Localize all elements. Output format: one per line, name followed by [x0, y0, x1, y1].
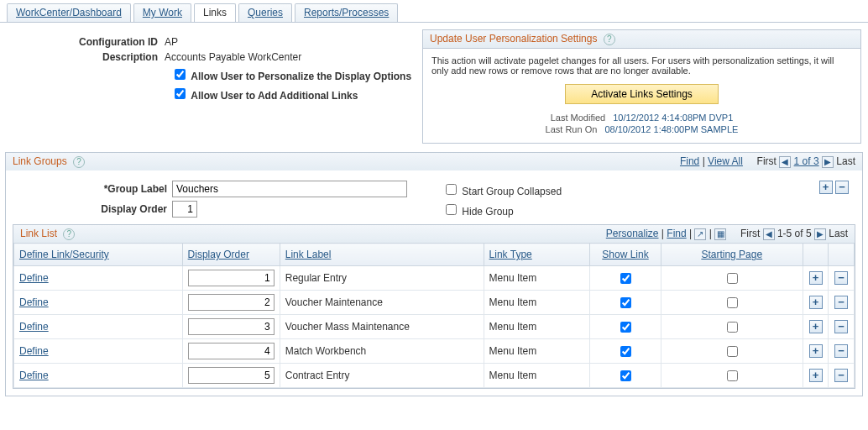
add-row-button[interactable]: + [809, 296, 823, 309]
start-collapsed-checkbox[interactable] [446, 184, 457, 195]
define-link[interactable]: Define [19, 370, 49, 381]
prev-icon[interactable]: ◀ [779, 156, 791, 168]
col-type[interactable]: Link Type [484, 244, 590, 266]
link-groups-last: Last [836, 155, 855, 167]
link-list-find[interactable]: Find [667, 228, 686, 239]
last-modified-value: 10/12/2012 4:14:08PM DVP1 [613, 113, 733, 123]
starting-page-checkbox[interactable] [727, 346, 738, 357]
update-panel-title: Update User Personalization Settings [430, 33, 597, 45]
row-label: Contract Entry [280, 364, 484, 388]
allow-addlinks-checkbox[interactable] [175, 88, 186, 99]
update-personalization-panel: Update User Personalization Settings ? T… [422, 29, 861, 144]
link-list-personalize[interactable]: Personalize [606, 228, 659, 239]
hide-group-checkbox[interactable] [446, 204, 457, 215]
col-define[interactable]: Define Link/Security [14, 244, 183, 266]
define-link[interactable]: Define [19, 321, 49, 333]
hide-group-label: Hide Group [462, 206, 513, 218]
table-row: DefineContract EntryMenu Item+− [14, 364, 855, 388]
starting-page-checkbox[interactable] [727, 370, 738, 381]
remove-group-button[interactable]: − [835, 181, 849, 194]
table-row: DefineMatch WorkbenchMenu Item+− [14, 339, 855, 364]
link-groups-title: Link Groups [13, 155, 67, 167]
row-type: Menu Item [484, 266, 590, 291]
description-label: Description [5, 51, 165, 63]
link-groups-section: Link Groups ? Find | View All First ◀ 1 … [5, 152, 863, 396]
row-order-input[interactable] [188, 270, 275, 286]
tab-mywork[interactable]: My Work [133, 3, 191, 22]
row-order-input[interactable] [188, 367, 275, 384]
display-order-input[interactable] [172, 201, 197, 218]
remove-row-button[interactable]: − [834, 320, 848, 333]
remove-row-button[interactable]: − [834, 344, 848, 358]
row-order-input[interactable] [188, 318, 275, 335]
tab-reports[interactable]: Reports/Processes [295, 3, 398, 22]
row-label: Voucher Maintenance [280, 291, 484, 315]
remove-row-button[interactable]: − [834, 271, 848, 285]
next-icon[interactable]: ▶ [822, 156, 834, 168]
remove-row-button[interactable]: − [834, 369, 848, 382]
link-groups-first: First [757, 155, 776, 167]
link-list-last: Last [829, 228, 848, 239]
link-list-first: First [740, 228, 760, 239]
define-link[interactable]: Define [19, 272, 49, 284]
last-modified-label: Last Modified [551, 113, 605, 123]
show-link-checkbox[interactable] [620, 370, 631, 381]
add-group-button[interactable]: + [819, 181, 833, 194]
col-label[interactable]: Link Label [280, 244, 484, 266]
link-groups-viewall[interactable]: View All [708, 155, 743, 167]
row-type: Menu Item [484, 291, 590, 315]
grid-icon[interactable]: ▦ [714, 228, 726, 240]
link-list-counter: 1-5 of 5 [777, 228, 812, 239]
next-icon[interactable]: ▶ [814, 228, 826, 240]
row-order-input[interactable] [188, 343, 275, 359]
link-groups-counter[interactable]: 1 of 3 [794, 155, 819, 167]
group-label-lbl: *Group Label [13, 183, 172, 195]
define-link[interactable]: Define [19, 345, 49, 357]
col-start[interactable]: Starting Page [661, 244, 803, 266]
add-row-button[interactable]: + [809, 320, 823, 333]
help-icon[interactable]: ? [604, 34, 615, 45]
remove-row-button[interactable]: − [834, 296, 848, 309]
col-order[interactable]: Display Order [182, 244, 280, 266]
row-label: Match Workbench [280, 339, 484, 364]
starting-page-checkbox[interactable] [727, 322, 738, 333]
row-order-input[interactable] [188, 294, 275, 311]
link-list-grid: Link List ? Personalize | Find | ↗ | ▦ F… [13, 224, 855, 389]
add-row-button[interactable]: + [809, 344, 823, 358]
define-link[interactable]: Define [19, 296, 49, 308]
link-list-title: Link List [20, 228, 57, 239]
show-link-checkbox[interactable] [620, 322, 631, 333]
help-icon[interactable]: ? [73, 156, 85, 168]
config-id-value: AP [165, 36, 178, 48]
col-show[interactable]: Show Link [590, 244, 661, 266]
show-link-checkbox[interactable] [620, 297, 631, 308]
row-label: Regular Entry [280, 266, 484, 291]
page-tabs: WorkCenter/Dashboard My Work Links Queri… [0, 0, 868, 23]
zoom-icon[interactable]: ↗ [694, 228, 706, 240]
add-row-button[interactable]: + [809, 369, 823, 382]
tab-links[interactable]: Links [194, 3, 236, 22]
help-icon[interactable]: ? [63, 228, 75, 240]
prev-icon[interactable]: ◀ [763, 228, 775, 240]
link-groups-find[interactable]: Find [680, 155, 699, 167]
add-row-button[interactable]: + [809, 271, 823, 285]
tab-queries[interactable]: Queries [238, 3, 292, 22]
group-label-input[interactable] [172, 181, 407, 197]
show-link-checkbox[interactable] [620, 273, 631, 284]
starting-page-checkbox[interactable] [727, 273, 738, 284]
row-type: Menu Item [484, 315, 590, 339]
table-row: DefineRegular EntryMenu Item+− [14, 266, 855, 291]
allow-addlinks-label: Allow User to Add Additional Links [191, 90, 358, 102]
show-link-checkbox[interactable] [620, 346, 631, 357]
last-run-value: 08/10/2012 1:48:00PM SAMPLE [604, 124, 738, 134]
config-id-label: Configuration ID [5, 36, 165, 48]
tab-workcenter[interactable]: WorkCenter/Dashboard [7, 3, 131, 22]
allow-personalize-label: Allow User to Personalize the Display Op… [191, 71, 411, 82]
starting-page-checkbox[interactable] [727, 297, 738, 308]
display-order-lbl: Display Order [13, 203, 172, 215]
row-label: Voucher Mass Maintenance [280, 315, 484, 339]
table-row: DefineVoucher Mass MaintenanceMenu Item+… [14, 315, 855, 339]
allow-personalize-checkbox[interactable] [175, 69, 186, 80]
description-value: Accounts Payable WorkCenter [165, 51, 301, 63]
activate-links-settings-button[interactable]: Activate Links Settings [565, 84, 719, 104]
